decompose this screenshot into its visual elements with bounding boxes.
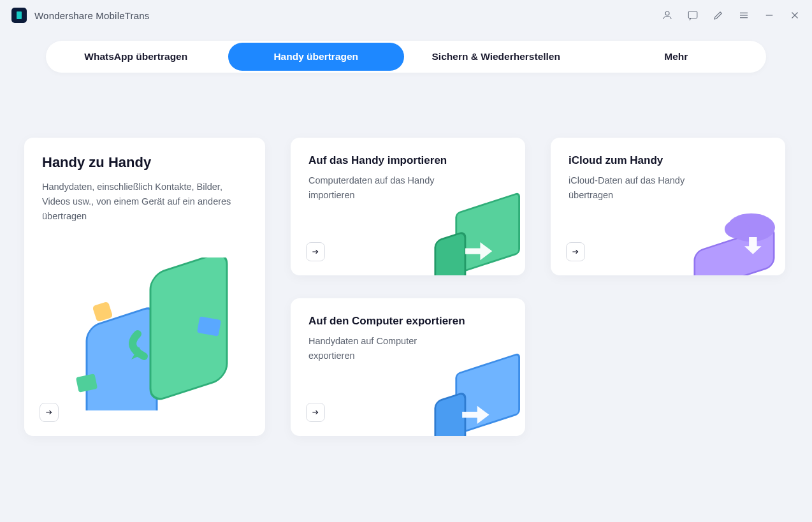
svg-rect-20 [695,226,774,275]
edit-icon[interactable] [713,10,724,21]
svg-marker-18 [465,242,492,260]
content-grid: Handy zu Handy Handydaten, einschließlic… [0,73,812,436]
svg-point-21 [727,213,775,241]
svg-rect-14 [92,301,113,323]
svg-point-22 [725,220,750,238]
svg-marker-27 [462,406,489,424]
card-import-to-phone[interactable]: Auf das Handy importieren Computerdaten … [291,138,525,275]
card-phone-to-phone[interactable]: Handy zu Handy Handydaten, einschließlic… [24,138,265,436]
svg-rect-25 [456,354,519,434]
app-title: Wondershare MobileTrans [34,10,150,21]
tab-whatsapp-transfer[interactable]: WhatsApp übertragen [48,43,224,71]
card-title: Auf den Computer exportieren [308,315,507,328]
svg-rect-26 [435,393,465,436]
go-button[interactable] [40,403,59,422]
tab-more[interactable]: Mehr [588,43,765,71]
svg-marker-11 [131,347,143,359]
card-desc: iCloud-Daten auf das Handy übertragen [569,173,715,203]
svg-rect-9 [87,305,157,410]
go-button[interactable] [566,242,585,261]
minimize-icon[interactable] [764,10,775,21]
svg-rect-10 [150,257,227,403]
svg-rect-13 [197,316,221,337]
menu-icon[interactable] [738,10,750,21]
card-desc: Handydaten auf Computer exportieren [308,334,455,363]
svg-rect-1 [688,11,697,18]
feedback-icon[interactable] [687,10,699,21]
card-icloud-to-phone[interactable]: iCloud zum Handy iCloud-Daten auf das Ha… [551,138,785,275]
main-nav: WhatsApp übertragen Handy übertragen Sic… [46,41,766,73]
card-desc: Computerdaten auf das Handy importieren [308,173,455,203]
svg-marker-23 [744,237,762,254]
user-icon[interactable] [662,10,673,21]
tab-backup-restore[interactable]: Sichern & Wiederherstellen [408,43,584,71]
laptop-phone-blue-icon [423,352,525,436]
titlebar-actions [662,10,801,21]
svg-rect-16 [456,193,519,273]
laptop-phone-green-icon [423,191,525,275]
app-logo [11,8,27,23]
card-desc: Handydaten, einschließlich Kontakte, Bil… [42,180,246,224]
titlebar: Wondershare MobileTrans [0,0,812,31]
go-button[interactable] [306,403,325,422]
close-icon[interactable] [789,10,801,21]
cloud-phone-purple-icon [683,196,785,275]
svg-rect-17 [435,232,465,275]
go-button[interactable] [306,242,325,261]
phones-illustration-icon [68,257,246,410]
svg-rect-12 [76,373,98,393]
tab-phone-transfer[interactable]: Handy übertragen [228,43,405,71]
card-title: Handy zu Handy [42,154,247,171]
card-title: iCloud zum Handy [569,154,767,167]
svg-point-0 [665,11,669,15]
card-export-to-computer[interactable]: Auf den Computer exportieren Handydaten … [291,298,525,436]
card-title: Auf das Handy importieren [308,154,507,167]
